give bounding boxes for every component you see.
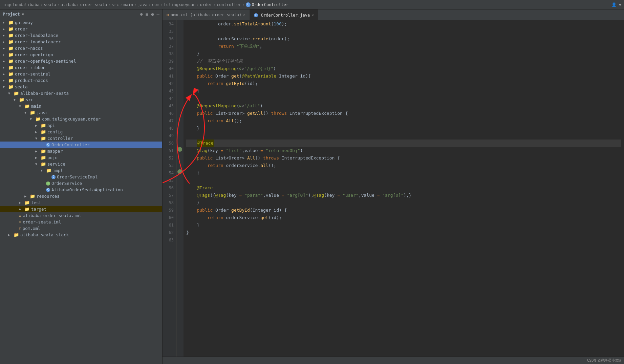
tree-item-controller[interactable]: ▼ 📁 controller — [0, 135, 162, 142]
tree-item-product-nacos[interactable]: ▶ 📁 product-nacos — [0, 77, 162, 84]
project-sidebar: Project ▼ ⊕ ≡ ⚙ — ▶ 📁 gateway ▶ 📁 order … — [0, 9, 163, 364]
code-line-62: } — [186, 229, 621, 236]
interface-icon: I — [46, 181, 50, 186]
folder-icon: 📁 — [41, 155, 46, 160]
breadcrumb-item[interactable]: controller — [217, 2, 241, 7]
tree-item-service[interactable]: ▼ 📁 service — [0, 161, 162, 167]
code-line-35 — [186, 28, 621, 35]
tree-arrow: ▶ — [3, 40, 8, 44]
tree-label: api — [47, 123, 55, 128]
tree-item-test[interactable]: ▶ 📁 test — [0, 199, 162, 206]
breadcrumb-item[interactable]: main — [123, 2, 133, 7]
tree-label: order-openfeign-sentinel — [15, 59, 76, 64]
minimize-icon[interactable]: — — [157, 12, 159, 17]
breadcrumb-item[interactable]: ingcloudalibaba — [3, 2, 39, 7]
folder-icon: 📁 — [8, 71, 14, 77]
folder-icon: 📁 — [35, 116, 41, 122]
settings-icon[interactable]: ⚙ — [151, 12, 154, 17]
tree-label: order-loadbalance — [15, 33, 58, 38]
tree-item-AlibabaOrderSeataApplication[interactable]: C AlibabaOrderSeataApplication — [0, 187, 162, 193]
tree-arrow: ▶ — [3, 34, 8, 37]
tree-item-config[interactable]: ▶ 📁 config — [0, 129, 162, 135]
locate-icon[interactable]: ⊕ — [140, 12, 143, 17]
breadcrumb-item[interactable]: seata — [44, 2, 56, 7]
line-num: 51 — [163, 147, 174, 154]
breadcrumb-item[interactable]: src — [111, 2, 119, 7]
tree-item-mapper[interactable]: ▶ 📁 mapper — [0, 148, 162, 154]
tree-item-alibaba-order-seata[interactable]: ▼ 📁 alibaba-order-seata — [0, 90, 162, 97]
tree-arrow: ▶ — [3, 72, 8, 76]
tree-item-order-nacos[interactable]: ▶ 📁 order-nacos — [0, 45, 162, 51]
tree-arrow: ▼ — [24, 111, 30, 114]
breadcrumb-item[interactable]: order — [200, 2, 212, 7]
tree-item-pojo[interactable]: ▶ 📁 pojo — [0, 154, 162, 161]
breadcrumb-item[interactable]: com — [152, 2, 159, 7]
breadcrumb-item[interactable]: java — [138, 2, 148, 7]
tree-arrow: ▼ — [35, 136, 41, 140]
code-line-50: @Trace — [186, 140, 621, 147]
tree-item-resources[interactable]: ▶ 📁 resources — [0, 193, 162, 199]
tree-label: main — [31, 104, 41, 109]
code-line-56: @Trace — [186, 184, 621, 192]
code-content[interactable]: order.setTotalAmount(100); orderService.… — [184, 20, 624, 357]
gutter — [177, 20, 184, 357]
tree-arrow: ▶ — [3, 27, 8, 31]
tree-item-order-loadbalancer[interactable]: ▶ 📁 order-loadbalancer — [0, 39, 162, 45]
code-editor[interactable]: 34 35 36 37 38 39 40 41 42 43 44 45 46 4… — [163, 20, 624, 357]
folder-icon: 📁 — [8, 39, 14, 44]
line-num: 34 — [163, 20, 174, 28]
code-line-59: public Order getById(Integer id) { — [186, 207, 621, 214]
breadcrumb-item[interactable]: alibaba-order-seata — [61, 2, 107, 7]
tree-label: alibaba-order-seata — [20, 91, 69, 96]
breakpoint — [177, 169, 182, 174]
tree-item-seata[interactable]: ▼ 📁 seata — [0, 84, 162, 90]
tree-item-src[interactable]: ▼ 📁 src — [0, 97, 162, 103]
user-icon[interactable]: 👤 ▼ — [611, 2, 621, 7]
tree-item-order-openfeign-sentinel[interactable]: ▶ 📁 order-openfeign-sentinel — [0, 58, 162, 64]
folder-icon: 📁 — [41, 162, 46, 167]
tree-item-order-sentinel[interactable]: ▶ 📁 order-sentinel — [0, 71, 162, 77]
tree-item-api[interactable]: ▶ 📁 api — [0, 122, 162, 129]
tree-item-target[interactable]: ▶ 📁 target — [0, 206, 162, 212]
tree-label: config — [47, 129, 63, 134]
folder-icon: 📁 — [8, 59, 14, 64]
watermark: CSDN @程序员小杰# — [587, 358, 621, 363]
folder-icon: 📁 — [19, 97, 24, 102]
breadcrumb-item[interactable]: tulingxueyuan — [164, 2, 196, 7]
tree-item-gateway[interactable]: ▶ 📁 gateway — [0, 19, 162, 26]
tree-item-order-openfeign[interactable]: ▶ 📁 order-openfeign — [0, 51, 162, 58]
line-num: 50 — [163, 140, 174, 147]
tree-item-OrderServiceImpl[interactable]: C OrderServiceImpl — [0, 174, 162, 180]
line-num: 35 — [163, 28, 174, 35]
tree-item-pom-xml[interactable]: m pom.xml — [0, 225, 162, 232]
tree-item-alibaba-order-seata-iml[interactable]: ≡ alibaba-order-seata.iml — [0, 212, 162, 219]
tree-item-com-package[interactable]: ▼ 📁 com.tulingxueyuan.order — [0, 116, 162, 122]
tree-item-main[interactable]: ▼ 📁 main — [0, 103, 162, 109]
tab-pom[interactable]: m pom.xml (alibaba-order-seata) ✕ — [163, 9, 250, 20]
tree-arrow: ▶ — [3, 59, 8, 63]
tree-arrow: ▶ — [3, 53, 8, 57]
tree-item-alibaba-seata-stock[interactable]: ▶ 📁 alibaba-seata-stock — [0, 232, 162, 238]
tree-arrow: ▶ — [24, 194, 30, 198]
collapse-icon[interactable]: ≡ — [146, 12, 148, 17]
tab-controller[interactable]: C OrderController.java ✕ — [250, 9, 318, 20]
tree-item-order-seata-iml[interactable]: ≡ order-seata.iml — [0, 219, 162, 225]
tree-arrow: ▶ — [35, 124, 41, 127]
folder-icon: 📁 — [41, 149, 46, 154]
tree-item-order-loadbalance[interactable]: ▶ 📁 order-loadbalance — [0, 32, 162, 39]
tab-bar: m pom.xml (alibaba-order-seata) ✕ C Orde… — [163, 9, 624, 20]
tree-item-impl[interactable]: ▼ 📁 impl — [0, 167, 162, 174]
tab-close-controller[interactable]: ✕ — [311, 13, 314, 17]
tree-item-order-ribbon[interactable]: ▶ 📁 order-ribbon — [0, 64, 162, 71]
tree-item-order[interactable]: ▶ 📁 order — [0, 26, 162, 32]
line-num: 63 — [163, 236, 174, 244]
tree-label: OrderService — [51, 181, 82, 186]
iml-icon: ≡ — [19, 213, 22, 218]
code-line-48: } — [186, 125, 621, 132]
tree-item-OrderController[interactable]: C OrderController — [0, 142, 162, 148]
tree-item-java[interactable]: ▼ 📁 java — [0, 109, 162, 116]
tree-item-OrderService[interactable]: I OrderService — [0, 180, 162, 187]
dropdown-icon[interactable]: ▼ — [22, 12, 24, 17]
line-num: 37 — [163, 43, 174, 50]
tab-close-pom[interactable]: ✕ — [243, 13, 245, 17]
